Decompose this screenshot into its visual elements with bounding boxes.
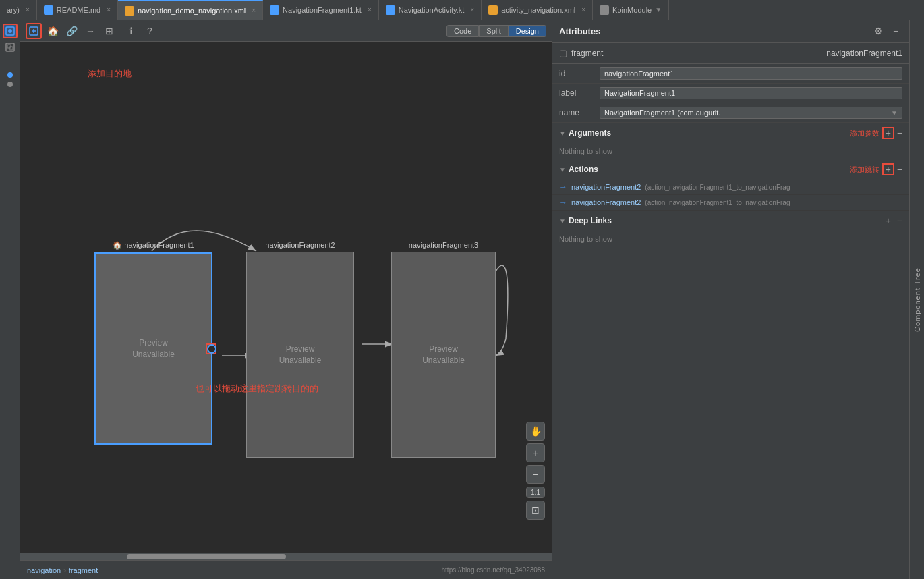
zoom-out-btn[interactable]: − xyxy=(526,465,545,484)
view-design-btn[interactable]: Design xyxy=(509,25,546,37)
arguments-section-header[interactable]: ▼ Arguments 添加参数 + − xyxy=(552,123,909,143)
add-destination-annotation: 添加目的地 xyxy=(88,67,132,80)
view-code-btn[interactable]: Code xyxy=(446,25,479,37)
canvas-area[interactable]: 添加目的地 xyxy=(20,42,552,553)
tab-library[interactable]: ary) × xyxy=(0,0,37,20)
tab-nav-activity-close[interactable]: × xyxy=(470,6,474,13)
attr-value-id[interactable]: navigationFragment1 xyxy=(600,67,902,80)
attr-value-name[interactable]: NavigationFragment1 (com.augurit. ▼ xyxy=(600,107,902,119)
fragment2-label: navigationFragment2 xyxy=(265,241,335,249)
sidebar-add-destination[interactable] xyxy=(3,24,18,38)
pan-mode-btn[interactable]: ✋ xyxy=(526,422,545,441)
tab-koin-module-label: KoinModule xyxy=(612,6,652,14)
zoom-in-btn[interactable]: + xyxy=(526,443,545,462)
tab-nav-fragment1-close[interactable]: × xyxy=(368,6,372,13)
attr-row-id: id navigationFragment1 xyxy=(552,64,909,84)
action-target-2: navigationFragment2 xyxy=(571,198,641,206)
arguments-header-left: ▼ Arguments xyxy=(559,128,611,138)
fragment-node-2[interactable]: navigationFragment2 PreviewUnavailable xyxy=(246,241,354,458)
arguments-minus-btn[interactable]: − xyxy=(897,128,902,138)
deep-links-minus-btn[interactable]: − xyxy=(897,215,902,226)
tab-activity-nav-xml-close[interactable]: × xyxy=(581,6,585,13)
view-split-btn[interactable]: Split xyxy=(479,25,508,37)
tab-nav-activity[interactable]: NavigationActivity.kt × xyxy=(379,0,482,20)
forward-toolbar-btn[interactable]: → xyxy=(82,23,98,39)
tab-nav-activity-icon xyxy=(386,5,395,15)
actions-header-left: ▼ Actions xyxy=(559,165,598,174)
add-arguments-annotation: 添加参数 xyxy=(850,128,879,138)
fragment1-box[interactable]: PreviewUnavailable xyxy=(94,252,212,445)
help-toolbar-btn[interactable]: ? xyxy=(142,23,158,39)
deep-links-chevron: ▼ xyxy=(559,217,566,225)
scrollbar-thumb[interactable] xyxy=(127,554,286,559)
tab-readme[interactable]: README.md × xyxy=(37,0,118,20)
tab-nav-fragment1-icon xyxy=(270,5,279,15)
nested-toolbar-btn[interactable]: ⊞ xyxy=(101,23,117,39)
editor-toolbar: 🏠 🔗 → ⊞ ℹ ? xyxy=(26,23,158,39)
deep-links-section-header[interactable]: ▼ Deep Links + − xyxy=(552,211,909,231)
action-item-1[interactable]: → navigationFragment2 (action_navigation… xyxy=(552,180,909,195)
breadcrumb-navigation[interactable]: navigation xyxy=(27,566,61,574)
tab-navigation-xml[interactable]: navigation_demo_navigation.xml × xyxy=(118,0,263,20)
tab-readme-icon xyxy=(44,5,53,15)
breadcrumb-fragment[interactable]: fragment xyxy=(69,566,98,574)
fit-screen-btn[interactable]: ⊡ xyxy=(526,501,545,520)
horizontal-scrollbar[interactable] xyxy=(20,553,552,560)
fragment2-box[interactable]: PreviewUnavailable xyxy=(246,252,354,458)
tab-nav-fragment1-label: NavigationFragment1.kt xyxy=(283,6,362,14)
tab-activity-nav-xml-label: activity_navigation.xml xyxy=(501,6,575,14)
action-item-2[interactable]: → navigationFragment2 (action_navigation… xyxy=(552,195,909,211)
actions-section-header[interactable]: ▼ Actions 添加跳转 + − xyxy=(552,159,909,180)
attr-value-label[interactable]: NavigationFragment1 xyxy=(600,87,902,99)
tab-navigation-xml-icon xyxy=(125,6,134,16)
tab-library-label: ary) xyxy=(7,6,20,14)
fragment2-preview: PreviewUnavailable xyxy=(279,343,322,366)
tab-readme-close[interactable]: × xyxy=(107,6,111,13)
add-actions-annotation: 添加跳转 xyxy=(850,165,879,175)
home-toolbar-btn[interactable]: 🏠 xyxy=(45,23,61,39)
status-url: https://blog.csdn.net/qq_34023088 xyxy=(442,566,545,574)
tab-nav-activity-label: NavigationActivity.kt xyxy=(399,6,465,14)
actions-chevron: ▼ xyxy=(559,166,566,173)
tab-navigation-xml-close[interactable]: × xyxy=(252,7,256,14)
arguments-chevron: ▼ xyxy=(559,130,566,137)
action-arrow-icon-1: → xyxy=(559,182,567,192)
action-target-1: navigationFragment2 xyxy=(571,183,641,191)
sidebar-indicator-2 xyxy=(7,82,13,87)
tab-activity-nav-xml[interactable]: activity_navigation.xml × xyxy=(482,0,593,20)
attr-key-id: id xyxy=(559,69,593,78)
sidebar-existing-destination[interactable] xyxy=(3,40,18,55)
deep-links-label: Deep Links xyxy=(569,216,612,225)
actions-label: Actions xyxy=(569,165,598,174)
tab-koin-module-icon xyxy=(600,5,609,15)
attributes-panel-header: Attributes ⚙ − xyxy=(552,20,909,43)
fragment-node-1[interactable]: 🏠 navigationFragment1 PreviewUnavailable xyxy=(94,241,212,445)
actions-minus-btn[interactable]: − xyxy=(897,164,902,175)
collapse-icon[interactable]: − xyxy=(889,24,902,38)
fragment-checkbox-icon: ▢ xyxy=(559,48,567,58)
tab-koin-module[interactable]: KoinModule ▼ xyxy=(593,0,669,20)
action-detail-2: (action_navigationFragment1_to_navigatio… xyxy=(645,199,790,206)
deep-links-content: Nothing to show xyxy=(552,231,909,247)
attributes-panel: Attributes ⚙ − ▢ fragment navigationFrag… xyxy=(552,20,909,579)
link-toolbar-btn[interactable]: 🔗 xyxy=(63,23,80,39)
add-destination-toolbar-btn[interactable] xyxy=(26,23,42,39)
dropdown-arrow-icon: ▼ xyxy=(891,109,898,117)
info-toolbar-btn[interactable]: ℹ xyxy=(123,23,139,39)
action-arrow-icon-2: → xyxy=(559,198,567,207)
tab-library-close[interactable]: × xyxy=(26,6,30,13)
add-actions-btn[interactable]: + xyxy=(882,163,894,175)
add-deep-links-btn[interactable]: + xyxy=(882,215,894,227)
settings-icon[interactable]: ⚙ xyxy=(871,24,885,38)
fragment1-preview: PreviewUnavailable xyxy=(132,337,175,360)
fragment-node-3[interactable]: navigationFragment3 PreviewUnavailable xyxy=(391,241,496,458)
add-btn-icon xyxy=(29,26,38,36)
fragment1-label: 🏠 navigationFragment1 xyxy=(113,241,194,250)
zoom-controls: ✋ + − 1:1 ⊡ xyxy=(526,422,545,520)
tab-nav-fragment1[interactable]: NavigationFragment1.kt × xyxy=(263,0,379,20)
add-arguments-btn[interactable]: + xyxy=(882,127,894,139)
fragment3-box[interactable]: PreviewUnavailable xyxy=(391,252,496,458)
component-tree-label: Component Tree xyxy=(913,267,921,332)
attr-row-name: name NavigationFragment1 (com.augurit. ▼ xyxy=(552,103,909,123)
fragment1-blue-handle[interactable] xyxy=(207,344,216,354)
